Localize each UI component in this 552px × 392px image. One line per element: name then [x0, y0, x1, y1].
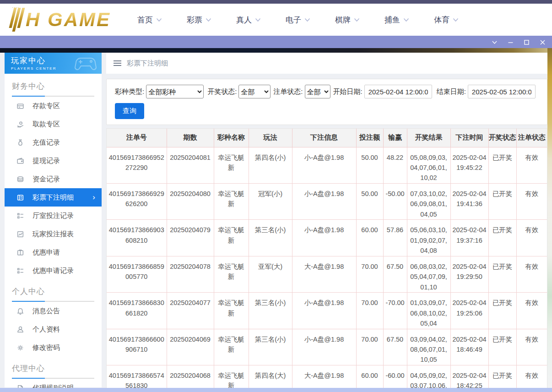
sidebar-item-label: 取款专区: [32, 120, 60, 129]
table-header-cell: 输赢: [383, 129, 407, 147]
nav-item-4[interactable]: 棋牌: [335, 15, 360, 25]
logo-mark: [8, 8, 25, 32]
dark-divider-strip: [0, 48, 552, 53]
sidebar-section-2: 代理中心: [5, 357, 102, 379]
table-row: 40156917386695227229020250204081幸运飞艇新第四名…: [107, 147, 547, 183]
sidebar-section-title: 代理中心: [12, 363, 94, 378]
window-minimize-icon[interactable]: [508, 39, 514, 45]
sidebar-item[interactable]: 优惠申请记录: [5, 261, 102, 280]
lottery-type-select[interactable]: 全部彩种: [146, 85, 204, 98]
table-cell: 05,08,09,03,04,07,06,01,10,02: [407, 147, 450, 183]
nav-item-0[interactable]: 首页: [137, 15, 162, 25]
nav-item-label: 首页: [137, 15, 153, 25]
order-status-select[interactable]: 全部: [305, 85, 330, 98]
profile-icon: [16, 326, 24, 333]
sidebar-item[interactable]: 充值记录: [5, 133, 102, 152]
sidebar-section-title: 财务中心: [12, 81, 94, 96]
hamburger-icon[interactable]: [114, 59, 121, 67]
table-cell: 20250204080: [167, 183, 214, 219]
filter-row: 彩种类型: 全部彩种 开奖状态: 全部 注单状态: 全部 开始日期: 结束日期:: [115, 85, 541, 98]
hall-bets-icon: [16, 212, 24, 220]
draw-status-select[interactable]: 全部: [238, 85, 271, 98]
sidebar: 玩家中心 PLAYERS CENTER 财务中心存款专区取款专区充值记录提现记录…: [5, 53, 102, 387]
table-cell: 50.00: [356, 183, 383, 219]
nav-item-5[interactable]: 捕鱼: [384, 15, 409, 25]
site-header: ···· H GAME 首页彩票真人电子棋牌捕鱼体育: [0, 4, 552, 36]
chevron-down-icon: [206, 18, 211, 22]
table-header-cell: 玩法: [249, 129, 292, 147]
sidebar-section-title: 个人中心: [12, 286, 94, 301]
table-header-cell: 下注时间: [450, 129, 488, 147]
nav-item-2[interactable]: 真人: [236, 15, 261, 25]
nav-item-1[interactable]: 彩票: [187, 15, 211, 25]
nav-item-3[interactable]: 电子: [286, 15, 310, 25]
sidebar-item[interactable]: 取款专区: [5, 115, 102, 133]
table-cell: 48.22: [383, 147, 407, 183]
order-status-label: 注单状态:: [273, 87, 303, 96]
window-close-icon[interactable]: [540, 39, 546, 45]
nav-item-6[interactable]: 体育: [434, 15, 459, 25]
table-cell: 已开奖: [488, 256, 516, 292]
sidebar-item[interactable]: 存款专区: [5, 97, 102, 115]
table-cell: 第四名(小): [249, 147, 292, 183]
table-cell: 20250204081: [167, 147, 214, 183]
table-row: 40156917386692962620020250204080幸运飞艇新冠军(…: [107, 183, 547, 219]
table-cell: 70.00: [356, 256, 383, 292]
sidebar-item[interactable]: 玩家投注报表: [5, 225, 102, 243]
table-cell: 401569173866859005770: [107, 256, 167, 292]
table-cell: 01,03,09,07,06,08,10,02,05,04: [407, 293, 450, 329]
table-header-row: 注单号期数彩种名称玩法下注信息投注额输赢开奖结果下注时间开奖状态注单状态: [107, 129, 547, 147]
table-header-cell: 开奖状态: [488, 129, 516, 147]
window-chevron-down-icon[interactable]: [492, 39, 498, 45]
table-cell: 有效: [516, 220, 547, 256]
table-cell: 50.00: [356, 147, 383, 183]
sidebar-item-label: 消息公告: [32, 307, 60, 316]
table-cell: 已开奖: [488, 329, 516, 365]
table-cell: 70.00: [356, 293, 383, 329]
search-button[interactable]: 查询: [115, 103, 144, 119]
main-content: 彩票下注明细 彩种类型: 全部彩种 开奖状态: 全部 注单状态: 全部: [106, 53, 547, 392]
table-cell: 幸运飞艇新: [214, 147, 249, 183]
sidebar-item-label: 资金记录: [32, 175, 60, 184]
bottom-background-sliver: [0, 388, 552, 392]
window-titlebar: [0, 36, 552, 48]
sidebar-item[interactable]: 彩票下注明细›: [5, 188, 102, 207]
start-date-input[interactable]: [364, 85, 432, 98]
end-date-input[interactable]: [468, 85, 536, 98]
sidebar-item-label: 个人资料: [32, 325, 60, 334]
sidebar-item[interactable]: 优惠申请: [5, 243, 102, 261]
sidebar-item-label: 存款专区: [32, 102, 60, 110]
logo-text: H GAME: [26, 10, 111, 29]
section-divider: [12, 96, 94, 97]
table-header-cell: 注单状态: [516, 129, 547, 147]
table-body: 40156917386695227229020250204081幸运飞艇新第四名…: [107, 147, 547, 392]
window-maximize-icon[interactable]: [524, 39, 530, 45]
sidebar-item-label: 优惠申请记录: [32, 267, 74, 275]
table-cell: 已开奖: [488, 147, 516, 183]
recharge-record-icon: [16, 139, 24, 147]
table-cell: 401569173866929626200: [107, 183, 167, 219]
sidebar-item[interactable]: 提现记录: [5, 152, 102, 170]
sidebar-item[interactable]: 修改密码: [5, 338, 102, 357]
table-header-cell: 开奖结果: [407, 129, 450, 147]
section-divider: [12, 378, 94, 379]
table-cell: 70.00: [356, 329, 383, 365]
logo[interactable]: ···· H GAME: [11, 8, 111, 32]
table-cell: 小-A盘@1.98: [292, 293, 356, 329]
table-cell: 已开奖: [488, 220, 516, 256]
table-cell: 2025-02-04 19:41:36: [450, 183, 488, 219]
sidebar-item[interactable]: 厅室投注记录: [5, 207, 102, 225]
bets-table-wrap: 注单号期数彩种名称玩法下注信息投注额输赢开奖结果下注时间开奖状态注单状态 401…: [106, 128, 547, 392]
table-header-cell: 彩种名称: [214, 129, 249, 147]
chevron-down-icon: [304, 18, 310, 22]
sidebar-item[interactable]: 消息公告: [5, 302, 102, 320]
table-cell: 幸运飞艇新: [214, 293, 249, 329]
table-row: 40156917386683066182020250204077幸运飞艇新第三名…: [107, 293, 547, 329]
table-cell: 小-A盘@1.98: [292, 183, 356, 219]
sidebar-item[interactable]: 资金记录: [5, 170, 102, 188]
table-cell: 401569173866600906710: [107, 329, 167, 365]
sidebar-item[interactable]: 个人资料: [5, 320, 102, 338]
table-cell: 幸运飞艇新: [214, 256, 249, 292]
table-cell: 亚军(大): [249, 256, 292, 292]
withdraw-icon: [16, 120, 24, 128]
